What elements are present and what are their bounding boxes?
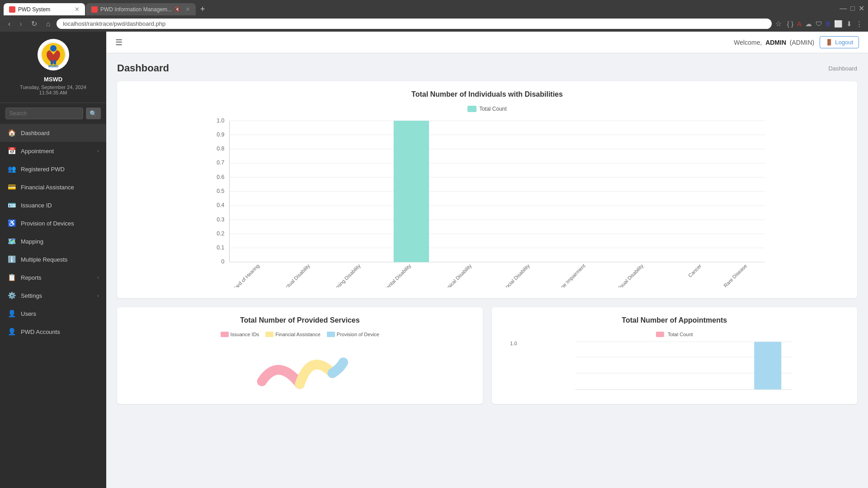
sidebar-item-registered-pwd[interactable]: 👥 Registered PWD [0, 160, 106, 178]
home-button[interactable]: ⌂ [43, 19, 53, 29]
bookmark-icon[interactable]: ☆ [775, 19, 782, 28]
refresh-button[interactable]: ↻ [28, 19, 40, 29]
logout-icon: 🚪 [826, 39, 833, 46]
minimize-button[interactable]: — [840, 4, 847, 13]
browser-tab-inactive[interactable]: PWD Information Managem... 🔇 ✕ [86, 3, 196, 15]
logo-svg: MSWD [40, 41, 67, 68]
sidebar-item-reports[interactable]: 📋 Reports ‹ [0, 268, 106, 286]
sidebar-item-pwd-accounts[interactable]: 👤 PWD Accounts [0, 323, 106, 341]
tab-close-1[interactable]: ✕ [75, 6, 80, 13]
sidebar-item-multiple-requests[interactable]: ℹ️ Multiple Requests [0, 250, 106, 268]
extension-5-icon[interactable]: B [826, 20, 830, 28]
browser-tabs: PWD System ✕ PWD Information Managem... … [0, 0, 868, 16]
x-label-psychosocial: Psychosocial Disability [491, 263, 531, 287]
sidebar-logo: MSWD [38, 39, 69, 70]
extension-4-icon[interactable]: 🛡 [816, 20, 822, 28]
provided-services-svg [126, 341, 474, 395]
sidebar-item-dashboard[interactable]: 🏠 Dashboard [0, 124, 106, 142]
page-title: Dashboard [117, 62, 169, 74]
content-area: Dashboard Dashboard Total Number of Indi… [106, 53, 868, 488]
sidebar-item-users[interactable]: 👤 Users [0, 305, 106, 323]
sidebar-item-label-provision-of-devices: Provision of Devices [21, 220, 74, 227]
legend-appointments-box [656, 332, 664, 337]
extension-6-icon[interactable]: ⬜ [834, 20, 843, 28]
page-header: Dashboard Dashboard [117, 62, 857, 74]
sidebar-search-area: 🔍 [0, 103, 106, 124]
legend-provision-device: Provision of Device [327, 332, 379, 337]
svg-text:0.8: 0.8 [217, 145, 224, 152]
browser-chrome: PWD System ✕ PWD Information Managem... … [0, 0, 868, 32]
sidebar-item-issuance-id[interactable]: 🪪 Issuance ID [0, 196, 106, 214]
logout-label: Logout [835, 39, 853, 46]
sidebar-item-label-users: Users [21, 310, 36, 317]
username-text: ADMIN [765, 39, 786, 46]
svg-text:Psychosocial Disability: Psychosocial Disability [491, 263, 531, 287]
legend-issuance-box [221, 332, 229, 337]
appointments-chart: Total Number of Appointments Total Count… [492, 307, 858, 404]
bar-chart-svg: 0 0.1 0.2 0.3 0.4 0.5 0.6 0.7 0.8 0.9 1.… [126, 116, 848, 287]
url-bar[interactable]: localhost/ranktrace/pwd/dashboard.php [57, 19, 771, 29]
back-button[interactable]: ‹ [5, 19, 13, 29]
sidebar-item-label-registered-pwd: Registered PWD [21, 166, 65, 173]
bar-chart-section: Total Number of Individuals with Disabil… [117, 81, 857, 298]
appointments-bar-svg [519, 341, 849, 395]
browser-tab-active[interactable]: PWD System ✕ [4, 3, 85, 15]
legend-financial-box [265, 332, 274, 337]
svg-text:0.5: 0.5 [217, 188, 224, 194]
sidebar-item-mapping[interactable]: 🗺️ Mapping [0, 232, 106, 250]
app-container: MSWD MSWD Tuesday, September 24, 2024 11… [0, 32, 868, 488]
appointments-chart-area: 1.0 [501, 341, 849, 395]
search-button[interactable]: 🔍 [86, 108, 101, 119]
forward-button[interactable]: › [17, 19, 24, 29]
issuance-id-icon: 🪪 [7, 201, 16, 209]
welcome-prefix: Welcome, [734, 39, 762, 46]
top-bar: ☰ Welcome, ADMIN (ADMIN) 🚪 Logout [106, 32, 868, 53]
sidebar-item-label-dashboard: Dashboard [21, 130, 50, 136]
sidebar-date: Tuesday, September 24, 2024 [20, 84, 86, 90]
download-icon[interactable]: ⬇ [846, 20, 852, 28]
svg-point-2 [50, 45, 57, 52]
extension-3-icon[interactable]: ☁ [805, 20, 812, 28]
sidebar: MSWD MSWD Tuesday, September 24, 2024 11… [0, 32, 106, 488]
svg-text:0.2: 0.2 [217, 230, 224, 237]
x-label-visual: Visual Disability [616, 263, 645, 287]
x-label-mental: Mental Disability [382, 263, 412, 287]
reports-arrow-icon: ‹ [97, 275, 99, 280]
svg-text:0.9: 0.9 [217, 131, 224, 138]
financial-assistance-icon: 💳 [7, 183, 16, 191]
sidebar-item-appointment[interactable]: 📅 Appointment ‹ [0, 142, 106, 160]
provided-services-chart-area [126, 341, 474, 395]
browser-nav: ‹ › ↻ ⌂ localhost/ranktrace/pwd/dashboar… [0, 16, 868, 32]
sidebar-item-financial-assistance[interactable]: 💳 Financial Assistance [0, 178, 106, 196]
tab-mute-icon[interactable]: 🔇 [175, 6, 181, 12]
legend-provision-label: Provision of Device [337, 332, 379, 337]
svg-text:0.4: 0.4 [217, 202, 224, 208]
welcome-text: Welcome, ADMIN (ADMIN) [734, 39, 814, 46]
extension-1-icon[interactable]: { } [787, 20, 793, 28]
maximize-button[interactable]: □ [850, 4, 855, 13]
provision-devices-icon: ♿ [7, 219, 16, 227]
registered-pwd-icon: 👥 [7, 165, 16, 173]
sidebar-item-settings[interactable]: ⚙️ Settings ‹ [0, 286, 106, 305]
tab-close-2[interactable]: ✕ [185, 6, 190, 13]
legend-financial-assistance: Financial Assistance [265, 332, 321, 337]
extension-2-icon[interactable]: A [797, 20, 802, 28]
svg-text:0.6: 0.6 [217, 174, 224, 180]
more-options-icon[interactable]: ⋮ [856, 20, 863, 28]
dashboard-icon: 🏠 [7, 129, 16, 137]
x-label-rare-disease: Rare Disease [722, 263, 748, 287]
new-tab-button[interactable]: + [197, 3, 209, 16]
logout-button[interactable]: 🚪 Logout [820, 36, 859, 48]
x-label-deaf: Deaf or Hard of Hearing [219, 263, 260, 287]
close-button[interactable]: ✕ [859, 4, 864, 13]
provided-services-title: Total Number of Provided Services [126, 316, 474, 324]
svg-text:Deaf or Hard of Hearing: Deaf or Hard of Hearing [219, 263, 260, 287]
menu-toggle-icon[interactable]: ☰ [115, 38, 123, 47]
appointments-y-label: 1.0 [510, 341, 517, 346]
x-label-cancer: Cancer [687, 263, 703, 278]
search-input[interactable] [5, 108, 83, 119]
role-text: (ADMIN) [790, 39, 814, 46]
settings-arrow-icon: ‹ [97, 293, 99, 298]
sidebar-item-provision-of-devices[interactable]: ♿ Provision of Devices [0, 214, 106, 232]
svg-text:MSWD: MSWD [48, 65, 58, 68]
